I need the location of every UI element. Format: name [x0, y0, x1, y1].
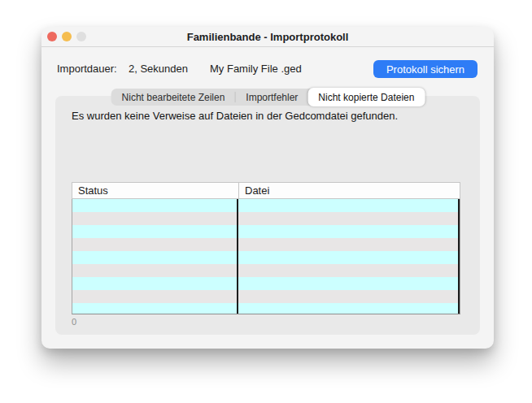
tab-uncopied-files[interactable]: Nicht kopierte Dateien: [307, 88, 425, 106]
no-files-message: Es wurden keine Verweise auf Dateien in …: [72, 110, 398, 122]
save-protocol-button[interactable]: Protokoll sichern: [373, 60, 477, 78]
imported-file-name: My Family File .ged: [210, 63, 302, 75]
table-header-row: Status Datei: [72, 182, 460, 199]
window-title: Familienbande - Importprotokoll: [187, 31, 349, 43]
import-protocol-window: Familienbande - Importprotokoll Importda…: [41, 27, 494, 349]
minimize-button[interactable]: [62, 32, 72, 41]
tab-unprocessed-lines[interactable]: Nicht bearbeitete Zeilen: [111, 89, 236, 106]
column-divider: [237, 199, 238, 314]
titlebar: Familienbande - Importprotokoll: [41, 27, 494, 47]
column-header-datei[interactable]: Datei: [238, 183, 460, 198]
close-button[interactable]: [47, 32, 57, 41]
import-duration-value: 2, Sekunden: [129, 63, 188, 75]
row-count-label: 0: [72, 317, 76, 327]
tab-content-panel: Es wurden keine Verweise auf Dateien in …: [55, 96, 480, 335]
tab-bar: Nicht bearbeitete Zeilen Importfehler Ni…: [111, 89, 425, 106]
zoom-button-disabled: [76, 32, 86, 41]
import-duration-label: Importdauer:: [57, 63, 117, 75]
column-header-status[interactable]: Status: [72, 183, 238, 198]
tab-import-errors[interactable]: Importfehler: [235, 89, 308, 106]
table-right-edge: [458, 199, 460, 314]
files-table: Status Datei: [72, 182, 460, 314]
table-body: [72, 199, 460, 314]
